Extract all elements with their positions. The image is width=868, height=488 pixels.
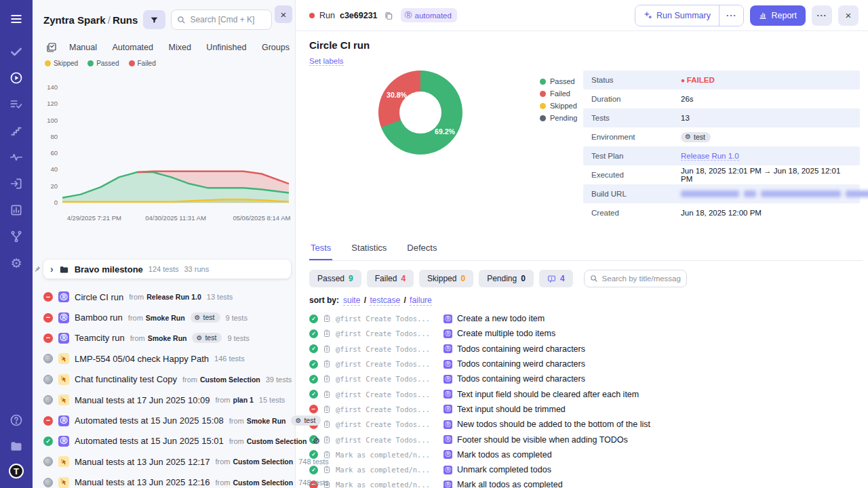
test-row[interactable]: @first Create Todos... Create a new todo… xyxy=(309,311,863,326)
test-row[interactable]: @first Create Todos... Create multiple t… xyxy=(309,326,863,341)
test-suite[interactable]: @first Create Todos... xyxy=(336,405,439,413)
panel-close-icon[interactable] xyxy=(275,5,292,23)
run-list-item[interactable]: Bamboo run fromSmoke Run test 9 tests xyxy=(43,307,295,327)
app-logo[interactable] xyxy=(9,464,24,479)
test-title[interactable]: New todos should be added to the bottom … xyxy=(457,420,650,429)
test-row[interactable]: @first Create Todos... Text input should… xyxy=(309,402,863,417)
help-icon[interactable] xyxy=(8,412,24,428)
runs-search[interactable] xyxy=(171,9,272,30)
import-icon[interactable] xyxy=(8,176,24,192)
runs-filter-tab[interactable]: Mixed xyxy=(169,43,191,52)
runs-search-input[interactable] xyxy=(190,15,266,24)
test-title[interactable]: Text input field should be cleared after… xyxy=(457,390,639,399)
test-title[interactable]: Todos containing weird characters xyxy=(457,359,585,369)
test-title[interactable]: Todos containing weird characters xyxy=(457,374,585,384)
test-suite[interactable]: @first Create Todos... xyxy=(336,436,439,444)
run-title[interactable]: Manual tests at 13 Jun 2025 12:16 xyxy=(75,477,210,487)
test-suite[interactable]: Mark as completed/n... xyxy=(336,481,439,488)
branch-icon[interactable] xyxy=(8,228,24,245)
run-title[interactable]: Automated tests at 15 Jun 2025 15:08 xyxy=(75,415,224,426)
run-title[interactable]: Teamcity run xyxy=(75,333,125,343)
chevron-right-icon[interactable]: › xyxy=(50,264,54,274)
run-title[interactable]: Manual tests at 17 Jun 2025 10:09 xyxy=(75,395,210,405)
pulse-icon[interactable] xyxy=(8,149,24,165)
run-list-item[interactable]: Manual tests at 17 Jun 2025 10:09 frompl… xyxy=(43,390,295,410)
result-filter-chip[interactable]: Passed 9 xyxy=(309,270,361,287)
run-list-item[interactable]: Automated tests at 15 Jun 2025 15:08 fro… xyxy=(43,410,295,430)
test-title[interactable]: Unmark completed todos xyxy=(457,465,551,474)
run-list-item[interactable]: Chat functinality test Copy fromCustom S… xyxy=(43,369,295,390)
runs-filter-tab[interactable]: Groups xyxy=(262,43,290,52)
runs-filter-tab[interactable]: Manual xyxy=(69,43,97,52)
detail-tab[interactable]: Statistics xyxy=(350,240,388,260)
test-row[interactable]: @first Create Todos... Todos containing … xyxy=(309,371,863,386)
test-suite[interactable]: @first Create Todos... xyxy=(336,420,439,428)
close-run-icon[interactable] xyxy=(838,5,859,26)
settings-gear-icon[interactable] xyxy=(8,255,24,271)
run-list-item[interactable]: Manual tests at 13 Jun 2025 12:17 fromCu… xyxy=(43,451,295,472)
pin-icon[interactable] xyxy=(33,264,41,276)
test-row[interactable]: @first Create Todos... New todos should … xyxy=(309,417,863,432)
copy-icon[interactable] xyxy=(384,11,393,20)
tests-search-input[interactable] xyxy=(602,274,681,283)
run-list-item[interactable]: Manual tests at 13 Jun 2025 12:16 fromCu… xyxy=(43,472,295,488)
run-list-item[interactable]: Teamcity run fromSmoke Run test 9 tests xyxy=(43,328,295,348)
menu-icon[interactable] xyxy=(8,11,24,27)
run-title[interactable]: LMP-554 05/04 check Happy Path xyxy=(75,354,209,364)
tests-search[interactable] xyxy=(584,270,687,287)
test-title[interactable]: Create a new todo item xyxy=(457,314,545,323)
test-suite[interactable]: Mark as completed/n... xyxy=(336,466,439,474)
run-summary-more-icon[interactable] xyxy=(719,5,744,26)
test-row[interactable]: @first Create Todos... Todos containing … xyxy=(309,342,863,357)
run-title[interactable]: Automated tests at 15 Jun 2025 15:01 xyxy=(75,436,224,446)
test-row[interactable]: Mark as completed/n... Unmark completed … xyxy=(309,462,863,477)
more-actions-icon[interactable] xyxy=(812,5,832,26)
test-title[interactable]: Footer should be visible when adding TOD… xyxy=(457,435,628,445)
milestone-name[interactable]: Bravo milestone xyxy=(75,264,143,274)
run-list-item[interactable]: Circle CI run fromRelease Run 1.0 13 tes… xyxy=(43,287,295,307)
test-suite[interactable]: @first Create Todos... xyxy=(336,345,439,353)
run-title[interactable]: Chat functinality test Copy xyxy=(75,374,177,384)
run-list-item[interactable]: LMP-554 05/04 check Happy Path from 146 … xyxy=(43,348,295,369)
sort-option[interactable]: failure xyxy=(410,296,432,306)
test-title[interactable]: Mark all todos as completed xyxy=(457,480,563,488)
projects-folder-icon[interactable] xyxy=(8,438,24,454)
test-row[interactable]: @first Create Todos... Footer should be … xyxy=(309,432,863,447)
filter-button[interactable] xyxy=(143,10,165,29)
sort-option[interactable]: suite xyxy=(343,296,360,306)
test-suite[interactable]: @first Create Todos... xyxy=(336,375,439,383)
milestones-icon[interactable] xyxy=(8,123,24,139)
gear-icon[interactable] xyxy=(312,436,320,446)
analytics-icon[interactable] xyxy=(8,202,24,218)
test-title[interactable]: Text input should be trimmed xyxy=(457,405,566,414)
test-title[interactable]: Todos containing weird characters xyxy=(457,344,585,354)
test-title[interactable]: Mark todos as completed xyxy=(457,450,552,460)
run-list-item[interactable]: Automated tests at 15 Jun 2025 15:01 fro… xyxy=(43,431,295,451)
run-summary-button[interactable]: Run Summary xyxy=(635,5,719,26)
test-row[interactable]: Mark as completed/n... Mark all todos as… xyxy=(309,477,863,488)
test-row[interactable]: @first Create Todos... Todos containing … xyxy=(309,357,863,371)
checklist-icon[interactable] xyxy=(46,42,57,53)
test-row[interactable]: Mark as completed/n... Mark todos as com… xyxy=(309,447,863,462)
test-title[interactable]: Create multiple todo items xyxy=(457,329,555,338)
result-filter-chip[interactable]: Pending 0 xyxy=(479,270,534,287)
tests-icon[interactable] xyxy=(8,43,24,60)
set-labels-link[interactable]: Set labels xyxy=(309,57,344,66)
runs-icon[interactable] xyxy=(8,70,24,86)
result-filter-chip[interactable]: 4 xyxy=(539,270,573,287)
report-button[interactable]: Report xyxy=(750,5,806,26)
runs-filter-tab[interactable]: Unfinished xyxy=(206,43,246,52)
test-suite[interactable]: @first Create Todos... xyxy=(336,329,439,338)
detail-tab[interactable]: Tests xyxy=(309,240,332,260)
sort-option[interactable]: testcase xyxy=(370,296,400,306)
test-suite[interactable]: Mark as completed/n... xyxy=(336,451,439,459)
project-name[interactable]: Zyntra Spark xyxy=(43,14,106,26)
milestone-group-row[interactable]: › Bravo milestone 124 tests 33 runs xyxy=(43,260,291,279)
test-suite[interactable]: @first Create Todos... xyxy=(336,314,439,323)
run-title[interactable]: Bamboo run xyxy=(75,312,123,323)
result-filter-chip[interactable]: Failed 4 xyxy=(367,270,414,287)
run-title[interactable]: Circle CI run xyxy=(75,292,123,302)
detail-tab[interactable]: Defects xyxy=(406,240,438,260)
test-suite[interactable]: @first Create Todos... xyxy=(336,360,439,368)
run-title[interactable]: Manual tests at 13 Jun 2025 12:17 xyxy=(75,457,210,467)
